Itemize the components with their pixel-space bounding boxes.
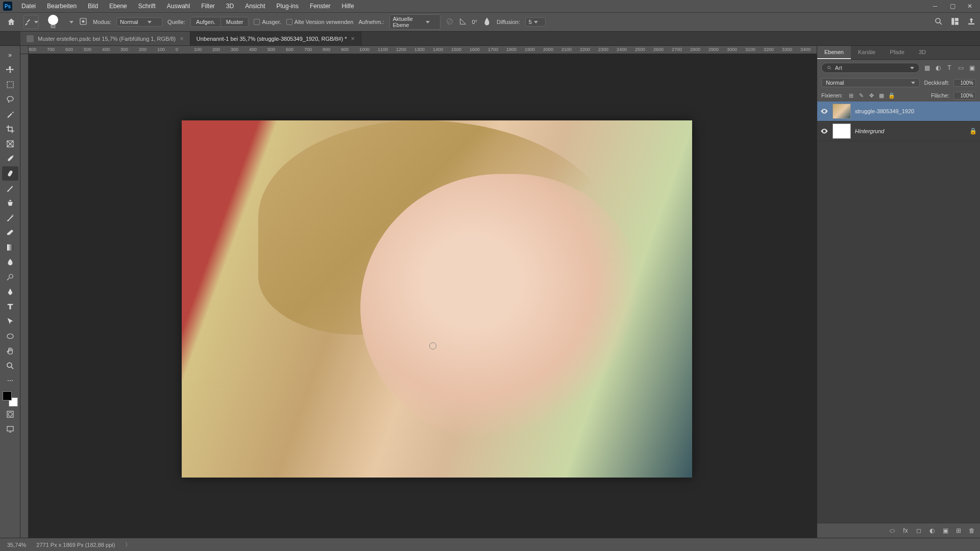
layer-thumbnail[interactable] bbox=[832, 104, 851, 119]
new-layer-icon[interactable]: ⊞ bbox=[954, 527, 963, 535]
layer-filter-input[interactable] bbox=[835, 65, 905, 71]
filter-image-icon[interactable]: ▦ bbox=[923, 64, 931, 72]
layer-row[interactable]: Hintergrund 🔒 bbox=[817, 121, 980, 141]
path-select-tool[interactable] bbox=[2, 314, 18, 329]
panel-tab-kanaele[interactable]: Kanäle bbox=[851, 46, 883, 59]
lock-all-icon[interactable]: 🔒 bbox=[888, 91, 896, 99]
color-swatches[interactable] bbox=[3, 391, 18, 407]
brush-picker[interactable]: 52 bbox=[44, 14, 62, 30]
menu-bild[interactable]: Bild bbox=[83, 1, 103, 11]
blur-tool[interactable] bbox=[2, 255, 18, 269]
blend-mode-dropdown[interactable]: Normal bbox=[821, 78, 920, 87]
crop-tool[interactable] bbox=[2, 122, 18, 136]
document-info[interactable]: 2771 Px x 1869 Px (182,88 ppi) bbox=[36, 542, 115, 548]
lock-move-icon[interactable]: ✥ bbox=[867, 91, 875, 99]
lasso-tool[interactable] bbox=[2, 92, 18, 107]
frame-tool[interactable] bbox=[2, 137, 18, 151]
horizontal-ruler[interactable]: 8007006005004003002001000100200300400500… bbox=[29, 46, 817, 54]
document-tab-0[interactable]: Muster erstellen.psdc bei 15,7% (Farbfül… bbox=[20, 32, 190, 45]
vertical-ruler[interactable] bbox=[20, 54, 29, 538]
layer-name[interactable]: struggle-3805349_1920 bbox=[855, 108, 914, 114]
brush-settings-icon[interactable] bbox=[79, 17, 88, 28]
panel-tab-pfade[interactable]: Pfade bbox=[883, 46, 912, 59]
source-pattern-button[interactable]: Muster bbox=[221, 17, 249, 27]
tool-preset-picker[interactable] bbox=[23, 15, 39, 29]
tab-close-icon[interactable]: × bbox=[180, 35, 184, 42]
collapse-icon[interactable]: » bbox=[2, 48, 18, 62]
layer-visibility-icon[interactable] bbox=[820, 107, 828, 115]
angle-value[interactable]: 0° bbox=[472, 19, 478, 25]
menu-filter[interactable]: Filter bbox=[196, 1, 220, 11]
layer-thumbnail[interactable] bbox=[832, 123, 851, 139]
canvas-viewport[interactable] bbox=[29, 54, 817, 538]
layer-visibility-icon[interactable] bbox=[820, 127, 828, 135]
lock-pixels-icon[interactable]: ⊞ bbox=[847, 91, 855, 99]
layer-search[interactable] bbox=[821, 63, 920, 73]
aligned-checkbox[interactable]: Ausger. bbox=[254, 19, 281, 25]
pressure-icon[interactable] bbox=[482, 17, 492, 28]
menu-auswahl[interactable]: Auswahl bbox=[162, 1, 195, 11]
workspace-icon[interactable] bbox=[950, 17, 960, 28]
gradient-tool[interactable] bbox=[2, 240, 18, 255]
lock-icon[interactable]: 🔒 bbox=[969, 128, 977, 135]
home-button[interactable] bbox=[4, 15, 18, 29]
filter-shape-icon[interactable]: ▭ bbox=[957, 64, 965, 72]
menu-3d[interactable]: 3D bbox=[221, 1, 239, 11]
type-tool[interactable] bbox=[2, 299, 18, 314]
menu-ansicht[interactable]: Ansicht bbox=[240, 1, 270, 11]
mode-dropdown[interactable]: Normal bbox=[116, 17, 162, 27]
history-brush-tool[interactable] bbox=[2, 211, 18, 225]
fx-icon[interactable]: fx bbox=[901, 527, 910, 535]
filter-smart-icon[interactable]: ▣ bbox=[968, 64, 976, 72]
hand-tool[interactable] bbox=[2, 344, 18, 358]
marquee-tool[interactable] bbox=[2, 78, 18, 92]
opacity-input[interactable]: 100% bbox=[953, 79, 976, 87]
menu-hilfe[interactable]: Hilfe bbox=[337, 1, 359, 11]
foreground-color-swatch[interactable] bbox=[3, 391, 12, 400]
adjustment-icon[interactable]: ◐ bbox=[928, 527, 936, 535]
lock-artboard-icon[interactable]: ▦ bbox=[877, 91, 886, 99]
info-chevron-icon[interactable]: 〉 bbox=[125, 541, 131, 548]
minimize-button[interactable]: ─ bbox=[928, 1, 942, 11]
diffusion-input[interactable]: 5 bbox=[525, 17, 546, 27]
legacy-checkbox[interactable]: Alte Version verwenden bbox=[286, 19, 354, 25]
dodge-tool[interactable] bbox=[2, 270, 18, 284]
healing-brush-tool[interactable] bbox=[2, 166, 18, 181]
menu-plugins[interactable]: Plug-ins bbox=[272, 1, 304, 11]
sample-dropdown[interactable]: Aktuelle Ebene bbox=[389, 14, 440, 30]
menu-datei[interactable]: Datei bbox=[16, 1, 41, 11]
screenmode-tool[interactable] bbox=[2, 422, 18, 436]
panel-tab-3d[interactable]: 3D bbox=[912, 46, 933, 59]
lock-position-icon[interactable]: ✎ bbox=[857, 91, 865, 99]
pen-tool[interactable] bbox=[2, 285, 18, 299]
ignore-adjustment-icon[interactable] bbox=[446, 17, 454, 27]
menu-bearbeiten[interactable]: Bearbeiten bbox=[42, 1, 82, 11]
zoom-level[interactable]: 35,74% bbox=[7, 542, 26, 548]
magic-wand-tool[interactable] bbox=[2, 107, 18, 121]
eyedropper-tool[interactable] bbox=[2, 152, 18, 166]
zoom-tool[interactable] bbox=[2, 359, 18, 373]
eraser-tool[interactable] bbox=[2, 226, 18, 240]
angle-icon[interactable] bbox=[459, 17, 467, 27]
tab-close-icon[interactable]: × bbox=[351, 35, 355, 42]
layer-row[interactable]: struggle-3805349_1920 bbox=[817, 102, 980, 121]
edit-toolbar-icon[interactable]: ⋯ bbox=[2, 373, 18, 388]
move-tool[interactable] bbox=[2, 63, 18, 77]
link-layers-icon[interactable]: ⬭ bbox=[888, 527, 896, 535]
brush-tool[interactable] bbox=[2, 181, 18, 195]
fill-input[interactable]: 100% bbox=[953, 92, 976, 99]
brush-dropdown-icon[interactable] bbox=[69, 21, 74, 23]
panel-tab-ebenen[interactable]: Ebenen bbox=[817, 46, 851, 59]
menu-schrift[interactable]: Schrift bbox=[133, 1, 161, 11]
filter-adjust-icon[interactable]: ◐ bbox=[934, 64, 942, 72]
document-tab-1[interactable]: Unbenannt-1 bei 35,7% (struggle-3805349_… bbox=[190, 32, 361, 45]
layer-name[interactable]: Hintergrund bbox=[855, 128, 884, 134]
shape-tool[interactable] bbox=[2, 329, 18, 343]
group-icon[interactable]: ▣ bbox=[941, 527, 949, 535]
filter-type-icon[interactable]: T bbox=[945, 64, 953, 72]
close-button[interactable]: ✕ bbox=[963, 1, 977, 11]
mask-icon[interactable]: ◻ bbox=[915, 527, 923, 535]
maximize-button[interactable]: ▢ bbox=[945, 1, 960, 11]
menu-ebene[interactable]: Ebene bbox=[104, 1, 132, 11]
search-icon[interactable] bbox=[934, 17, 943, 28]
